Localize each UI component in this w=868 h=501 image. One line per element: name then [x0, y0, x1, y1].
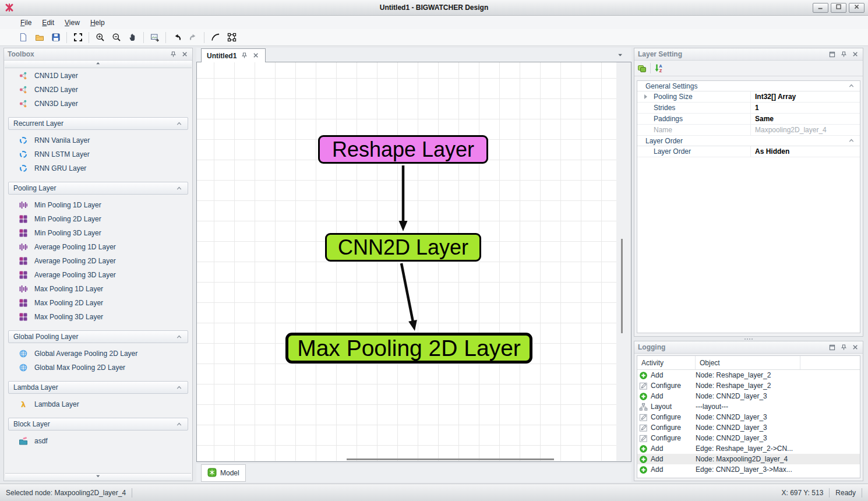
chevron-up-icon[interactable]: [848, 82, 855, 90]
tab-list-dropdown-icon[interactable]: [616, 52, 624, 59]
toolbox-item-max-pooling-1d-layer[interactable]: Max Pooling 1D Layer: [7, 282, 189, 296]
new-document-button[interactable]: [15, 30, 31, 45]
log-row[interactable]: ConfigureNode: CNN2D_layer_3: [637, 433, 860, 443]
canvas-horizontal-scrollbar[interactable]: [347, 458, 554, 460]
chevron-up-icon[interactable]: [175, 185, 183, 192]
toolbox-item-min-pooling-2d-layer[interactable]: Min Pooling 2D Layer: [7, 212, 189, 226]
chevron-up-icon[interactable]: [848, 137, 855, 144]
close-button[interactable]: [849, 3, 865, 13]
canvas-node-reshape-layer[interactable]: Reshape Layer: [318, 135, 488, 164]
redo-button[interactable]: [185, 30, 201, 45]
chevron-up-icon[interactable]: [175, 333, 183, 341]
property-row-name[interactable]: NameMaxpooling2D_layer_4: [637, 125, 860, 136]
log-row[interactable]: Layout---layout---: [637, 401, 860, 412]
save-button[interactable]: [48, 30, 63, 45]
chevron-up-icon[interactable]: [175, 421, 183, 428]
chevron-up-icon[interactable]: [175, 120, 183, 128]
toolbox-item-rnn-vanila-layer[interactable]: RNN Vanila Layer: [7, 133, 189, 147]
canvas-vertical-scrollbar[interactable]: [621, 239, 623, 333]
design-canvas[interactable]: Reshape LayerCNN2D LayerMax Pooling 2D L…: [197, 62, 616, 461]
log-row[interactable]: AddNode: Reshape_layer_2: [637, 370, 860, 380]
restore-button[interactable]: [831, 3, 846, 13]
property-value[interactable]: Same: [751, 114, 860, 124]
toolbox-group-recurrent-layer[interactable]: Recurrent Layer: [8, 117, 188, 130]
menu-help[interactable]: Help: [85, 17, 110, 29]
toolbox-scroll-down[interactable]: [5, 473, 191, 481]
property-row-paddings[interactable]: PaddingsSame: [637, 114, 860, 125]
draw-edge-button[interactable]: [207, 30, 223, 45]
log-row[interactable]: AddNode: CNN2D_layer_3: [637, 391, 860, 401]
model-tab[interactable]: Model: [201, 464, 246, 482]
column-header-object[interactable]: Object: [696, 356, 800, 369]
maximize-icon[interactable]: [828, 344, 836, 351]
fit-to-screen-button[interactable]: [70, 30, 86, 45]
toolbox-item-global-max-pooling-2d-layer[interactable]: Global Max Pooling 2D Layer: [7, 361, 189, 375]
log-row[interactable]: AddEdge: CNN2D_layer_3->Max...: [637, 464, 860, 475]
canvas-node-cnn2d-layer[interactable]: CNN2D Layer: [325, 233, 481, 262]
document-tab[interactable]: Untitled1: [201, 48, 266, 62]
chevron-up-icon[interactable]: [175, 384, 183, 391]
toolbox-item-cnn2d-layer[interactable]: CNN2D Layer: [7, 83, 189, 97]
close-icon[interactable]: [181, 51, 189, 58]
toolbox-group-global-pooling-layer[interactable]: Global Pooling Layer: [8, 330, 188, 343]
minimize-button[interactable]: [813, 3, 828, 13]
menu-edit[interactable]: Edit: [37, 17, 59, 29]
toolbox-item-average-pooling-3d-layer[interactable]: Average Pooling 3D Layer: [7, 268, 189, 282]
panel-splitter[interactable]: [634, 337, 863, 341]
log-row[interactable]: ConfigureNode: CNN2D_layer_3: [637, 412, 860, 422]
pin-icon[interactable]: [840, 51, 848, 58]
toolbox-item-min-pooling-1d-layer[interactable]: Min Pooling 1D Layer: [7, 198, 189, 212]
toolbox-group-label: Recurrent Layer: [13, 119, 63, 128]
tab-pin-icon[interactable]: [241, 52, 248, 59]
toolbox-item-average-pooling-1d-layer[interactable]: Average Pooling 1D Layer: [7, 240, 189, 254]
menu-view[interactable]: View: [59, 17, 85, 29]
zoom-in-button[interactable]: [92, 30, 108, 45]
menu-file[interactable]: File: [15, 17, 37, 29]
pin-icon[interactable]: [170, 51, 177, 58]
property-row-layer-order[interactable]: Layer OrderAs Hidden: [637, 146, 860, 157]
log-row[interactable]: ConfigureNode: Reshape_layer_2: [637, 380, 860, 391]
export-image-button[interactable]: [147, 30, 163, 45]
close-icon[interactable]: [852, 344, 859, 351]
toolbox-item-rnn-gru-layer[interactable]: RNN GRU Layer: [7, 161, 189, 175]
property-row-pooling-size[interactable]: Pooling SizeInt32[] Array: [637, 91, 860, 103]
property-row-strides[interactable]: Strides1: [637, 103, 860, 114]
property-value[interactable]: 1: [751, 103, 860, 113]
categorized-view-button[interactable]: [637, 63, 647, 73]
property-value[interactable]: Maxpooling2D_layer_4: [751, 125, 860, 135]
toolbox-group-lambda-layer[interactable]: Lambda Layer: [8, 381, 188, 394]
zoom-out-button[interactable]: [108, 30, 124, 45]
property-value[interactable]: As Hidden: [751, 146, 860, 157]
canvas-node-max-pooling-2d-layer[interactable]: Max Pooling 2D Layer: [285, 333, 532, 364]
toolbox-scroll-up[interactable]: [5, 61, 192, 68]
property-category-layer-order[interactable]: Layer Order: [637, 136, 860, 146]
toolbox-item-rnn-lstm-layer[interactable]: RNN LSTM Layer: [7, 147, 189, 161]
auto-layout-button[interactable]: [224, 30, 239, 45]
open-button[interactable]: [31, 30, 47, 45]
property-value[interactable]: Int32[] Array: [751, 91, 860, 102]
property-category-general-settings[interactable]: General Settings: [637, 81, 860, 91]
pan-button[interactable]: [125, 30, 140, 45]
toolbox-group-block-layer[interactable]: Block Layer: [8, 418, 188, 431]
log-row[interactable]: AddNode: Maxpooling2D_layer_4: [637, 454, 860, 464]
maximize-icon[interactable]: [828, 51, 836, 58]
toolbox-group-pooling-layer[interactable]: Pooling Layer: [8, 182, 188, 195]
tab-close-icon[interactable]: [252, 52, 260, 59]
toolbox-item-cnn1d-layer[interactable]: CNN1D Layer: [7, 69, 189, 83]
toolbox-item-global-average-pooling-2d-layer[interactable]: Global Average Pooling 2D Layer: [7, 347, 189, 361]
log-row[interactable]: ConfigureNode: CNN2D_layer_3: [637, 422, 860, 433]
column-header-activity[interactable]: Activity: [637, 356, 696, 369]
pin-icon[interactable]: [840, 344, 848, 351]
close-icon[interactable]: [852, 51, 859, 58]
toolbox-item-max-pooling-3d-layer[interactable]: Max Pooling 3D Layer: [7, 310, 189, 324]
toolbox-item-average-pooling-2d-layer[interactable]: Average Pooling 2D Layer: [7, 254, 189, 268]
toolbox-item-cnn3d-layer[interactable]: CNN3D Layer: [7, 97, 189, 111]
sort-alphabetical-button[interactable]: AZ: [654, 63, 664, 73]
toolbox-item-min-pooling-3d-layer[interactable]: Min Pooling 3D Layer: [7, 226, 189, 240]
toolbox-item-asdf[interactable]: asdf: [7, 434, 189, 448]
toolbox-item-max-pooling-2d-layer[interactable]: Max Pooling 2D Layer: [7, 296, 189, 310]
undo-button[interactable]: [169, 30, 185, 45]
expander-icon[interactable]: [644, 94, 647, 99]
log-row[interactable]: AddEdge: Reshape_layer_2->CN...: [637, 443, 860, 454]
toolbox-item-lambda-layer[interactable]: λLambda Layer: [7, 397, 189, 411]
